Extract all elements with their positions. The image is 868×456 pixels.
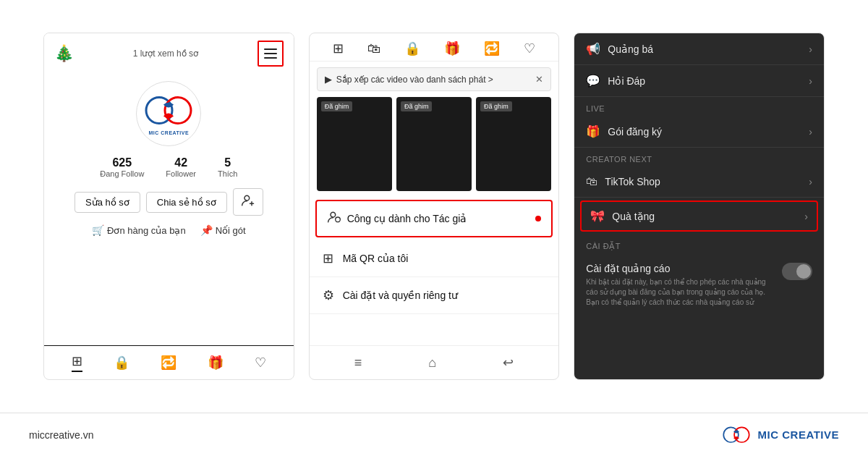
order-item[interactable]: 🛒 Đơn hàng của bạn	[92, 224, 186, 236]
close-banner-icon[interactable]: ✕	[535, 74, 543, 85]
nav-retweet-icon[interactable]: 🔁	[161, 355, 176, 371]
stat-follower-label: Follower	[166, 169, 196, 178]
tiktok-shop-icon: 🛍	[586, 175, 597, 188]
settings-goi-dang-ky[interactable]: 🎁 Gói đăng ký ›	[574, 116, 824, 148]
stat-following-label: Đang Follow	[100, 169, 144, 178]
p2-home-icon[interactable]: ⌂	[428, 355, 436, 371]
hoi-dap-arrow: ›	[809, 75, 812, 87]
video-banner-left: ▶ Sắp xếp các video vào danh sách phát >	[325, 74, 493, 85]
quang-ba-arrow: ›	[809, 43, 812, 55]
screenshots-area: 🎄 1 lượt xem hồ sơ MIC CREATIVE	[0, 0, 868, 413]
noi-got-icon: 📌	[200, 224, 213, 236]
quang-ba-icon: 📢	[586, 42, 600, 56]
live-label: LIVE	[574, 97, 824, 116]
video-thumbs: Đã ghim Đã ghim Đã ghim	[317, 97, 552, 191]
banner-text: Sắp xếp các video vào danh sách phát >	[336, 75, 493, 85]
p2-retweet-icon[interactable]: 🔁	[484, 41, 500, 56]
video-banner[interactable]: ▶ Sắp xếp các video vào danh sách phát >…	[317, 67, 552, 91]
goi-dang-ky-arrow: ›	[809, 126, 812, 138]
panel-menu: ⊞ 🛍 🔒 🎁 🔁 ♡ ▶ Sắp xếp các video vào danh…	[309, 33, 560, 380]
settings-item-left: 📢 Quảng bá	[586, 42, 653, 56]
play-icon: ▶	[325, 74, 332, 85]
ads-desc: Khi bật cài đặt này, bạn có thể cho phép…	[586, 277, 775, 308]
tiktok-shop-left: 🛍 TikTok Shop	[586, 175, 660, 188]
nav-lock-icon[interactable]: 🔒	[114, 355, 129, 371]
svg-point-8	[734, 427, 749, 442]
p2-shop-icon[interactable]: 🛍	[367, 41, 380, 56]
menu-list: Công cụ dành cho Tác giả ⊞ Mã QR của tôi…	[310, 197, 559, 345]
mic-logo-text: MIC CREATIVE	[149, 130, 190, 135]
stat-follower: 42 Follower	[166, 156, 196, 178]
menu-button[interactable]	[258, 41, 284, 67]
p2-top-nav: ⊞ 🛍 🔒 🎁 🔁 ♡	[310, 33, 559, 62]
footer-logo-text: MIC CREATIVE	[758, 428, 839, 441]
video-section: ▶ Sắp xếp các video vào danh sách phát >…	[310, 62, 559, 197]
thumb-badge-1: Đã ghim	[321, 101, 353, 111]
video-thumb-3: Đã ghim	[476, 97, 551, 191]
video-thumb-2: Đã ghim	[396, 97, 472, 191]
ads-toggle[interactable]	[782, 263, 812, 280]
profile-header: 🎄 1 lượt xem hồ sơ	[44, 33, 294, 74]
p2-back-icon[interactable]: ↩	[503, 355, 514, 371]
svg-point-2	[244, 195, 250, 200]
p2-grid-icon[interactable]: ⊞	[333, 41, 344, 56]
footer-url: miccreative.vn	[29, 429, 93, 441]
menu-line-2	[264, 53, 277, 54]
video-thumb-1: Đã ghim	[317, 97, 392, 191]
main-container: 🎄 1 lượt xem hồ sơ MIC CREATIVE	[0, 0, 868, 456]
hoi-dap-text: Hỏi Đáp	[608, 75, 645, 87]
goi-dang-ky-left: 🎁 Gói đăng ký	[586, 124, 662, 138]
action-buttons: Sửa hồ sơ Chia sẻ hồ sơ	[44, 182, 294, 221]
menu-item-author-tools[interactable]: Công cụ dành cho Tác giả	[315, 200, 553, 237]
settings-hoi-dap[interactable]: 💬 Hỏi Đáp ›	[574, 65, 824, 97]
stat-following-number: 625	[112, 156, 132, 169]
p2-gift-icon[interactable]: 🎁	[444, 41, 460, 56]
stat-follower-number: 42	[174, 156, 187, 169]
ads-title: Cài đặt quảng cáo	[586, 263, 775, 274]
svg-point-6	[335, 217, 340, 222]
noi-got-text: Nối gót	[216, 225, 246, 236]
settings-qua-tang[interactable]: 🎀 Quà tặng ›	[580, 200, 818, 232]
tree-icon: 🎄	[54, 44, 74, 63]
p2-hamburger-icon[interactable]: ≡	[354, 355, 362, 371]
footer: miccreative.vn MIC CREATIVE	[0, 413, 868, 456]
menu-item-qr[interactable]: ⊞ Mã QR của tôi	[310, 240, 559, 277]
noi-got-item[interactable]: 📌 Nối gót	[200, 224, 246, 236]
order-row: 🛒 Đơn hàng của bạn 📌 Nối gót	[44, 221, 294, 239]
ads-settings-row: Cài đặt quảng cáo Khi bật cài đặt này, b…	[574, 254, 824, 316]
menu-item-settings[interactable]: ⚙ Cài đặt và quyền riêng tư	[310, 277, 559, 314]
qua-tang-arrow: ›	[804, 211, 808, 222]
stat-likes-number: 5	[224, 156, 231, 169]
p2-heart-icon[interactable]: ♡	[524, 41, 535, 56]
thumb-badge-3: Đã ghim	[480, 101, 512, 111]
quang-ba-text: Quảng bá	[608, 43, 653, 55]
panel-profile: 🎄 1 lượt xem hồ sơ MIC CREATIVE	[43, 33, 294, 380]
qr-icon: ⊞	[323, 250, 343, 266]
settings-tiktok-shop[interactable]: 🛍 TikTok Shop ›	[574, 166, 824, 198]
stats-row: 625 Đang Follow 42 Follower 5 Thích	[44, 152, 294, 182]
p2-lock-icon[interactable]: 🔒	[404, 41, 420, 56]
author-icon	[327, 210, 347, 227]
hoi-dap-icon: 💬	[586, 74, 600, 88]
add-friend-button[interactable]	[233, 188, 263, 216]
nav-heart-icon[interactable]: ♡	[255, 355, 266, 371]
settings-gear-icon: ⚙	[323, 287, 343, 303]
notification-dot	[535, 216, 541, 221]
settings-quang-ba[interactable]: 📢 Quảng bá ›	[574, 33, 824, 65]
qr-text: Mã QR của tôi	[343, 253, 546, 264]
footer-logo-icon	[722, 425, 751, 445]
nav-grid-icon[interactable]: ⊞	[72, 353, 82, 372]
avatar-section: MIC CREATIVE	[44, 74, 294, 152]
creator-next-label: Creator Next	[574, 148, 824, 166]
footer-logo: MIC CREATIVE	[722, 425, 839, 445]
panel-settings: 📢 Quảng bá › 💬 Hỏi Đáp › LIVE 🎁	[574, 33, 825, 380]
share-profile-button[interactable]: Chia sẻ hồ sơ	[146, 192, 227, 213]
nav-gift-icon[interactable]: 🎁	[208, 355, 224, 371]
tiktok-shop-arrow: ›	[809, 176, 812, 187]
toggle-knob	[796, 264, 811, 279]
edit-profile-button[interactable]: Sửa hồ sơ	[75, 192, 140, 213]
view-text: 1 lượt xem hồ sơ	[133, 48, 198, 59]
stat-likes-label: Thích	[218, 169, 238, 178]
svg-point-5	[331, 212, 336, 217]
ads-settings-left: Cài đặt quảng cáo Khi bật cài đặt này, b…	[586, 263, 782, 308]
